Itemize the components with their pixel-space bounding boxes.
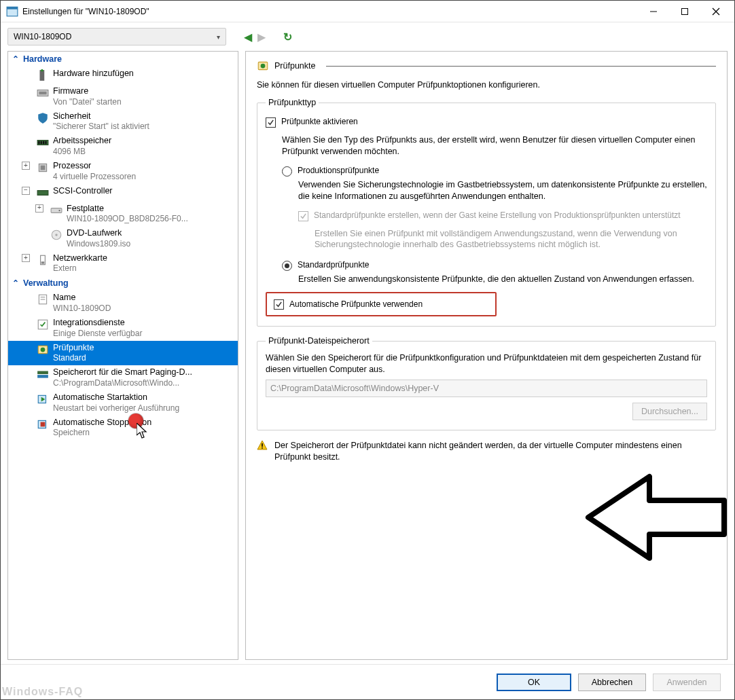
svg-rect-10 xyxy=(39,92,46,95)
controller-icon xyxy=(37,186,49,200)
minimize-button[interactable] xyxy=(638,1,669,22)
checkbox-checked-icon[interactable] xyxy=(274,299,284,310)
svg-rect-17 xyxy=(41,166,46,170)
tree-firmware[interactable]: FirmwareVon "Datei" starten xyxy=(8,84,238,109)
autostop-icon xyxy=(37,418,49,431)
section-label: Verwaltung xyxy=(23,278,69,288)
shield-icon xyxy=(37,111,49,125)
tree-autostop[interactable]: Automatische StoppaktionSpeichern xyxy=(8,416,238,441)
svg-rect-1 xyxy=(7,7,18,9)
group-legend: Prüfpunkt-Dateispeicherort xyxy=(266,336,372,346)
apply-button: Anwenden xyxy=(653,674,721,691)
tree-paging[interactable]: Speicherort für die Smart Paging-D...C:\… xyxy=(8,365,238,390)
tree-dvd[interactable]: DVD-LaufwerkWindows1809.iso xyxy=(8,226,238,251)
radio-unchecked-icon[interactable] xyxy=(282,166,292,177)
checkbox-checked-icon[interactable] xyxy=(266,117,276,128)
group-legend: Prüfpunkttyp xyxy=(266,98,319,107)
svg-rect-41 xyxy=(262,447,263,449)
window-title: Einstellungen für "WIN10-1809OD" xyxy=(22,7,638,16)
svg-point-22 xyxy=(55,234,57,236)
chevron-down-icon: ▾ xyxy=(217,33,220,41)
expand-icon[interactable]: + xyxy=(22,162,30,170)
collapse-icon: ⌃ xyxy=(12,54,19,64)
tree-integration[interactable]: IntegrationsdiensteEinige Dienste verfüg… xyxy=(8,316,238,341)
cpu-icon xyxy=(37,161,49,174)
svg-rect-32 xyxy=(37,375,48,378)
type-hint: Wählen Sie den Typ des Prüfpunkts aus, d… xyxy=(282,134,707,158)
dialog-footer: OK Abbrechen Anwenden xyxy=(1,664,734,699)
memory-icon xyxy=(37,136,49,149)
standard-desc: Erstellen Sie anwendungskonsistente Prüf… xyxy=(298,274,707,285)
svg-rect-8 xyxy=(41,70,44,71)
checkpoint-icon xyxy=(37,343,49,356)
warning-icon xyxy=(257,440,268,451)
svg-rect-14 xyxy=(43,141,44,145)
enable-checkpoints-row[interactable]: Prüfpunkte aktivieren xyxy=(266,117,707,128)
fallback-desc: Erstellen Sie einen Prüfpunkt mit vollst… xyxy=(315,228,707,251)
pane-intro: Sie können für diesen virtuellen Compute… xyxy=(257,80,716,90)
radio-production[interactable]: Produktionsprüfpunkte xyxy=(282,166,707,177)
ok-button[interactable]: OK xyxy=(497,674,571,691)
checkpoint-icon xyxy=(257,60,269,72)
auto-checkpoints-highlight: Automatische Prüfpunkte verwenden xyxy=(266,292,497,316)
collapse-icon: ⌃ xyxy=(12,278,19,288)
pane-title: Prüfpunkte xyxy=(274,61,315,71)
close-button[interactable] xyxy=(700,1,732,22)
fallback-label: Standardprüfpunkte erstellen, wenn der G… xyxy=(314,210,681,220)
autostart-icon xyxy=(37,392,49,406)
vm-selector-value: WIN10-1809OD xyxy=(14,32,71,41)
expand-icon[interactable]: + xyxy=(22,254,30,262)
radio-checked-icon[interactable] xyxy=(282,261,292,271)
tree-name[interactable]: NameWIN10-1809OD xyxy=(8,291,238,316)
window-icon xyxy=(6,5,18,18)
collapse-box-icon[interactable]: − xyxy=(22,187,30,195)
nav-back-button[interactable]: ◀ xyxy=(244,31,252,43)
settings-pane: Prüfpunkte Sie können für diesen virtuel… xyxy=(245,51,728,660)
svg-marker-42 xyxy=(588,477,724,558)
svg-rect-40 xyxy=(262,443,263,447)
section-management[interactable]: ⌃ Verwaltung xyxy=(8,276,238,291)
warning-text: Der Speicherort der Prüfpunktdatei kann … xyxy=(274,440,716,463)
divider xyxy=(326,66,716,67)
vm-selector[interactable]: WIN10-1809OD ▾ xyxy=(7,28,226,45)
radio-standard[interactable]: Standardprüfpunkte xyxy=(282,260,707,271)
cancel-button[interactable]: Abbrechen xyxy=(578,674,646,691)
svg-rect-31 xyxy=(37,371,48,375)
tree-hdd[interactable]: + FestplatteWIN10-1809OD_B8D8D256-F0... xyxy=(8,202,238,227)
section-label: Hardware xyxy=(23,54,62,64)
disk-icon xyxy=(50,204,62,217)
svg-rect-36 xyxy=(41,422,46,426)
svg-rect-18 xyxy=(37,190,48,195)
auto-checkpoints-label: Automatische Prüfpunkte verwenden xyxy=(289,299,423,309)
tree-processor[interactable]: + Prozessor4 virtuelle Prozessoren xyxy=(8,159,238,184)
tree-security[interactable]: Sicherheit"Sicherer Start" ist aktiviert xyxy=(8,109,238,134)
tree-nic[interactable]: + NetzwerkkarteExtern xyxy=(8,251,238,276)
settings-tree[interactable]: ⌃ Hardware Hardware hinzufügen FirmwareV… xyxy=(7,51,238,660)
tree-scsi[interactable]: − SCSI-Controller xyxy=(8,184,238,202)
refresh-button[interactable]: ↻ xyxy=(283,31,292,43)
production-desc: Verwenden Sie Sicherungstechnologie im G… xyxy=(298,179,707,202)
tree-memory[interactable]: Arbeitsspeicher4096 MB xyxy=(8,134,238,159)
group-checkpoint-location: Prüfpunkt-Dateispeicherort Wählen Sie de… xyxy=(257,336,716,430)
checkbox-disabled-checked-icon xyxy=(298,211,308,221)
expand-icon[interactable]: + xyxy=(35,204,43,213)
toolbar: WIN10-1809OD ▾ ◀ ▶ ↻ xyxy=(1,22,734,51)
nav-forward-button: ▶ xyxy=(257,31,266,43)
tree-autostart[interactable]: Automatische StartaktionNeustart bei vor… xyxy=(8,390,238,416)
enable-checkpoints-label: Prüfpunkte aktivieren xyxy=(281,117,358,126)
svg-rect-13 xyxy=(41,141,42,145)
tree-add-hardware[interactable]: Hardware hinzufügen xyxy=(8,67,238,84)
group-checkpoint-type: Prüfpunkttyp Prüfpunkte aktivieren Wähle… xyxy=(257,98,716,327)
svg-point-38 xyxy=(261,64,266,69)
svg-rect-15 xyxy=(45,141,46,145)
tree-checkpoints[interactable]: PrüfpunkteStandard xyxy=(8,341,238,366)
integration-icon xyxy=(37,318,49,331)
radio-standard-label: Standardprüfpunkte xyxy=(298,260,369,270)
section-hardware[interactable]: ⌃ Hardware xyxy=(8,52,238,67)
titlebar: Einstellungen für "WIN10-1809OD" xyxy=(1,1,734,22)
maximize-button[interactable] xyxy=(669,1,700,22)
add-hardware-icon xyxy=(37,69,49,82)
svg-rect-6 xyxy=(40,70,45,81)
dvd-icon xyxy=(50,228,62,242)
fallback-row: Standardprüfpunkte erstellen, wenn der G… xyxy=(298,210,707,221)
